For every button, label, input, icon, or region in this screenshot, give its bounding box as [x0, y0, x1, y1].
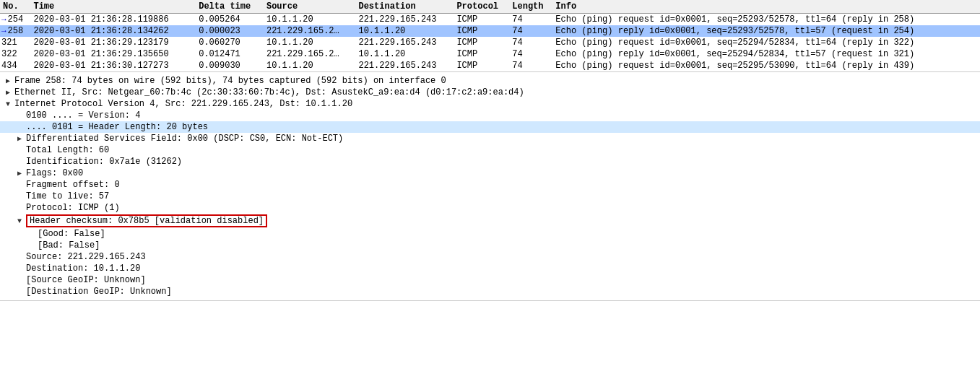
table-row[interactable]: 3222020-03-01 21:36:29.1356500.012471221… [0, 48, 980, 60]
row-time: 2020-03-01 21:36:28.119886 [30, 14, 196, 26]
detail-line: Destination: 10.1.1.20 [0, 263, 980, 274]
child-label: Source: 221.229.165.243 [26, 252, 146, 262]
row-delta: 0.009030 [196, 60, 264, 72]
detail-line: Total Length: 60 [0, 144, 980, 156]
row-time: 2020-03-01 21:36:30.127273 [30, 60, 196, 72]
col-header-protocol: Protocol [454, 0, 509, 14]
col-header-no: No. [0, 0, 30, 14]
row-length: 74 [509, 14, 552, 26]
row-length: 74 [509, 25, 552, 37]
child-label: Fragment offset: 0 [26, 180, 120, 190]
detail-line[interactable]: ▼ Internet Protocol Version 4, Src: 221.… [0, 98, 980, 110]
row-no: 321 [0, 37, 30, 48]
row-source: 221.229.165.2… [264, 48, 356, 60]
row-no: 434 [0, 60, 30, 72]
detail-line[interactable]: ▶ Frame 258: 74 bytes on wire (592 bits)… [0, 75, 980, 87]
child-label: [Source GeoIP: Unknown] [26, 275, 146, 285]
detail-line: Protocol: ICMP (1) [0, 202, 980, 214]
expand-arrow [17, 112, 26, 120]
table-row[interactable]: 4342020-03-01 21:36:30.1272730.00903010.… [0, 60, 980, 72]
col-header-delta: Delta time [196, 0, 264, 14]
expand-arrow[interactable]: ▶ [17, 169, 26, 178]
section-label: Ethernet II, Src: Netgear_60:7b:4c (2c:3… [14, 87, 524, 97]
row-protocol: ICMP [454, 25, 509, 37]
col-header-source: Source [264, 0, 356, 14]
child-label: .... 0101 = Header Length: 20 bytes [26, 122, 208, 132]
row-no: →258 [0, 25, 30, 37]
row-length: 74 [509, 60, 552, 72]
table-header-row: No. Time Delta time Source Destination P… [0, 0, 980, 14]
detail-line: Identification: 0x7a1e (31262) [0, 156, 980, 167]
detail-line: Time to live: 57 [0, 191, 980, 202]
row-info: Echo (ping) reply id=0x0001, seq=25294/5… [552, 48, 980, 60]
child-label: 0100 .... = Version: 4 [26, 110, 140, 121]
expand-arrow[interactable]: ▼ [6, 100, 14, 108]
row-dest: 10.1.1.20 [355, 48, 454, 60]
table-row[interactable]: 3212020-03-01 21:36:29.1231790.06027010.… [0, 37, 980, 48]
detail-line[interactable]: ▶ Flags: 0x00 [0, 167, 980, 179]
child-label: Flags: 0x00 [26, 168, 83, 178]
row-time: 2020-03-01 21:36:29.135650 [30, 48, 196, 60]
detail-line: [Source GeoIP: Unknown] [0, 274, 980, 286]
child-label: Destination: 10.1.1.20 [26, 263, 140, 274]
row-dest: 221.229.165.243 [355, 14, 454, 26]
row-info: Echo (ping) request id=0x0001, seq=25293… [552, 14, 980, 26]
row-source: 10.1.1.20 [264, 60, 356, 72]
detail-pane: ▶ Frame 258: 74 bytes on wire (592 bits)… [0, 72, 980, 301]
detail-line: 0100 .... = Version: 4 [0, 110, 980, 121]
subchild-label: [Good: False] [38, 229, 105, 239]
expand-arrow [17, 204, 26, 212]
row-source: 10.1.1.20 [264, 37, 356, 48]
expand-arrow [17, 276, 26, 284]
checksum-redbox: Header checksum: 0x78b5 [validation disa… [26, 214, 267, 227]
row-time: 2020-03-01 21:36:28.134262 [30, 25, 196, 37]
detail-subchild: [Good: False] [0, 228, 980, 240]
row-delta: 0.012471 [196, 48, 264, 60]
expand-arrow[interactable]: ▶ [6, 88, 14, 97]
row-length: 74 [509, 37, 552, 48]
row-protocol: ICMP [454, 37, 509, 48]
expand-arrow [17, 158, 26, 166]
detail-line[interactable]: ▶ Ethernet II, Src: Netgear_60:7b:4c (2c… [0, 87, 980, 98]
expand-arrow[interactable]: ▶ [17, 134, 26, 143]
child-label: Identification: 0x7a1e (31262) [26, 157, 182, 167]
row-dest: 10.1.1.20 [355, 25, 454, 37]
row-delta: 0.005264 [196, 14, 264, 26]
expand-arrow [17, 181, 26, 189]
row-protocol: ICMP [454, 14, 509, 26]
row-source: 10.1.1.20 [264, 14, 356, 26]
detail-line[interactable]: ▶ Differentiated Services Field: 0x00 (D… [0, 133, 980, 144]
row-protocol: ICMP [454, 48, 509, 60]
col-header-length: Length [509, 0, 552, 14]
expand-arrow [17, 147, 26, 154]
detail-line: Fragment offset: 0 [0, 179, 980, 191]
detail-line: [Destination GeoIP: Unknown] [0, 286, 980, 297]
expand-arrow[interactable]: ▶ [6, 77, 14, 85]
section-label: Internet Protocol Version 4, Src: 221.22… [14, 99, 352, 109]
col-header-time: Time [30, 0, 196, 14]
header-checksum-line[interactable]: ▼ Header checksum: 0x78b5 [validation di… [0, 214, 980, 228]
row-info: Echo (ping) reply id=0x0001, seq=25293/5… [552, 25, 980, 37]
row-dest: 221.229.165.243 [355, 37, 454, 48]
expand-arrow [29, 230, 38, 238]
row-info: Echo (ping) request id=0x0001, seq=25294… [552, 37, 980, 48]
child-label: Total Length: 60 [26, 145, 109, 155]
row-delta: 0.000023 [196, 25, 264, 37]
table-row[interactable]: →2582020-03-01 21:36:28.1342620.00002322… [0, 25, 980, 37]
row-delta: 0.060270 [196, 37, 264, 48]
row-no: 322 [0, 48, 30, 60]
expand-arrow [17, 193, 26, 201]
detail-line: .... 0101 = Header Length: 20 bytes [0, 121, 980, 133]
expand-arrow [17, 123, 26, 131]
row-source: 221.229.165.2… [264, 25, 356, 37]
expand-arrow[interactable]: ▼ [17, 217, 26, 225]
row-protocol: ICMP [454, 60, 509, 72]
table-row[interactable]: →2542020-03-01 21:36:28.1198860.00526410… [0, 14, 980, 26]
row-info: Echo (ping) request id=0x0001, seq=25295… [552, 60, 980, 72]
row-no: →254 [0, 14, 30, 26]
child-label: Protocol: ICMP (1) [26, 203, 120, 213]
section-label: Frame 258: 74 bytes on wire (592 bits), … [14, 76, 446, 86]
row-dest: 221.229.165.243 [355, 60, 454, 72]
expand-arrow [17, 265, 26, 273]
row-length: 74 [509, 48, 552, 60]
